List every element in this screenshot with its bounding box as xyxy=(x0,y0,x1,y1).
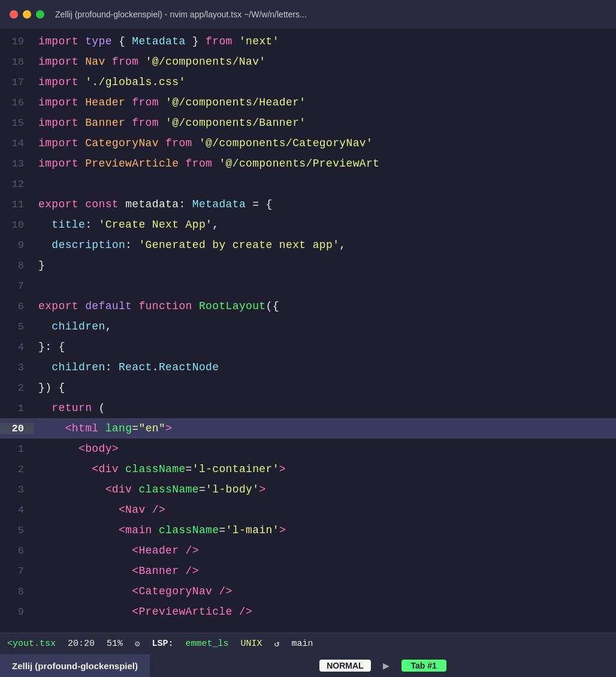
bottom-session-name: Zellij (profound-glockenspiel) xyxy=(12,661,138,671)
table-row: 7 <Banner /> xyxy=(0,561,616,581)
table-row: 2 <div className='l-container'> xyxy=(0,459,616,479)
line-number: 11 xyxy=(0,199,34,210)
line-content: <CategoryNav /> xyxy=(34,585,232,597)
status-bar: <yout.tsx 20:20 51% ⚙ LSP: emmet_ls UNIX… xyxy=(0,633,616,654)
table-row: 2}) { xyxy=(0,377,616,398)
status-filename: <yout.tsx xyxy=(7,639,56,649)
line-number: 8 xyxy=(0,586,34,597)
line-number: 16 xyxy=(0,97,34,108)
status-percent: 51% xyxy=(107,639,123,649)
line-content: import type { Metadata } from 'next' xyxy=(34,35,279,47)
window-title: Zellij (profound-glockenspiel) - nvim ap… xyxy=(55,10,307,19)
vim-mode-badge: NORMAL xyxy=(319,660,370,672)
line-number: 18 xyxy=(0,56,34,68)
line-number: 9 xyxy=(0,606,34,618)
table-row: 5 children, xyxy=(0,316,616,337)
line-number: 4 xyxy=(0,504,34,516)
status-branch-icon: ↺ xyxy=(274,638,280,649)
code-area[interactable]: 19import type { Metadata } from 'next'18… xyxy=(0,29,616,633)
table-row: 9 <PreviewArticle /> xyxy=(0,602,616,622)
line-number: 1 xyxy=(0,443,34,455)
code-editor[interactable]: 19import type { Metadata } from 'next'18… xyxy=(0,29,616,633)
line-number: 6 xyxy=(0,301,34,312)
line-content: import PreviewArticle from '@/components… xyxy=(34,158,379,170)
table-row: 18import Nav from '@/components/Nav' xyxy=(0,52,616,72)
line-number: 14 xyxy=(0,138,34,149)
line-content: <PreviewArticle /> xyxy=(34,606,252,618)
table-row: 10 title: 'Create Next App', xyxy=(0,214,616,235)
line-number: 6 xyxy=(0,545,34,557)
table-row: 3 <div className='l-body'> xyxy=(0,479,616,500)
table-row: 6export default function RootLayout({ xyxy=(0,296,616,316)
bottom-bar: Zellij (profound-glockenspiel) NORMAL ▶ … xyxy=(0,654,616,677)
arrow-icon: ▶ xyxy=(383,661,389,670)
line-number: 4 xyxy=(0,341,34,353)
table-row: 20 <html lang="en"> xyxy=(0,418,616,439)
line-number: 7 xyxy=(0,566,34,577)
line-number: 13 xyxy=(0,158,34,170)
line-content: import Header from '@/components/Header' xyxy=(34,96,306,108)
maximize-button[interactable] xyxy=(36,10,44,19)
line-number: 5 xyxy=(0,321,34,333)
table-row: 16import Header from '@/components/Heade… xyxy=(0,92,616,113)
table-row: 9 description: 'Generated by create next… xyxy=(0,235,616,255)
table-row: 13import PreviewArticle from '@/componen… xyxy=(0,153,616,174)
line-content: export const metadata: Metadata = { xyxy=(34,198,273,210)
table-row: 8 <CategoryNav /> xyxy=(0,581,616,602)
line-number: 9 xyxy=(0,240,34,251)
table-row: 6 <Header /> xyxy=(0,540,616,561)
line-number: 2 xyxy=(0,464,34,475)
line-content: }) { xyxy=(34,382,65,394)
close-button[interactable] xyxy=(10,10,18,19)
tab-badge[interactable]: Tab #1 xyxy=(401,660,446,672)
line-content: import Banner from '@/components/Banner' xyxy=(34,117,306,129)
line-number: 5 xyxy=(0,525,34,536)
table-row: 17import './globals.css' xyxy=(0,72,616,92)
line-content: import CategoryNav from '@/components/Ca… xyxy=(34,137,373,149)
line-number: 3 xyxy=(0,362,34,373)
line-number: 12 xyxy=(0,179,34,190)
table-row: 1 <body> xyxy=(0,439,616,459)
bottom-middle-section: NORMAL ▶ Tab #1 xyxy=(150,654,616,677)
line-content: <div className='l-body'> xyxy=(34,483,266,495)
minimize-button[interactable] xyxy=(23,10,31,19)
line-content: } xyxy=(34,259,45,271)
table-row: 4}: { xyxy=(0,337,616,357)
line-number: 2 xyxy=(0,382,34,394)
line-content: export default function RootLayout({ xyxy=(34,300,279,312)
line-content: <body> xyxy=(34,443,119,455)
line-content: }: { xyxy=(34,341,65,353)
line-content: children, xyxy=(34,321,112,333)
line-number: 20 xyxy=(0,423,34,434)
traffic-lights xyxy=(10,10,44,19)
table-row: 19import type { Metadata } from 'next' xyxy=(0,31,616,52)
line-content: title: 'Create Next App', xyxy=(34,219,219,231)
table-row: 12 xyxy=(0,174,616,194)
line-content: <main className='l-main'> xyxy=(34,524,286,536)
bottom-left-section: Zellij (profound-glockenspiel) xyxy=(0,654,150,677)
table-row: 11export const metadata: Metadata = { xyxy=(0,194,616,214)
line-content: <div className='l-container'> xyxy=(34,463,286,475)
line-number: 3 xyxy=(0,484,34,495)
table-row: 1 return ( xyxy=(0,398,616,418)
gear-icon: ⚙ xyxy=(135,639,140,649)
status-branch: main xyxy=(292,639,313,649)
table-row: 5 <main className='l-main'> xyxy=(0,520,616,540)
status-lsp-label: LSP: xyxy=(152,639,173,649)
line-number: 8 xyxy=(0,260,34,271)
table-row: 15import Banner from '@/components/Banne… xyxy=(0,113,616,133)
table-row: 7 xyxy=(0,276,616,296)
line-number: 1 xyxy=(0,403,34,414)
status-position: 20:20 xyxy=(68,639,95,649)
table-row: 3 children: React.ReactNode xyxy=(0,357,616,377)
line-content: import Nav from '@/components/Nav' xyxy=(34,56,266,68)
line-content: import './globals.css' xyxy=(34,76,186,88)
line-content: <Nav /> xyxy=(34,504,165,516)
table-row: 14import CategoryNav from '@/components/… xyxy=(0,133,616,153)
line-content: return ( xyxy=(34,402,105,414)
line-content: <Header /> xyxy=(34,545,199,557)
line-number: 17 xyxy=(0,77,34,88)
line-number: 10 xyxy=(0,219,34,231)
line-number: 15 xyxy=(0,117,34,129)
table-row: 4 <Nav /> xyxy=(0,500,616,520)
